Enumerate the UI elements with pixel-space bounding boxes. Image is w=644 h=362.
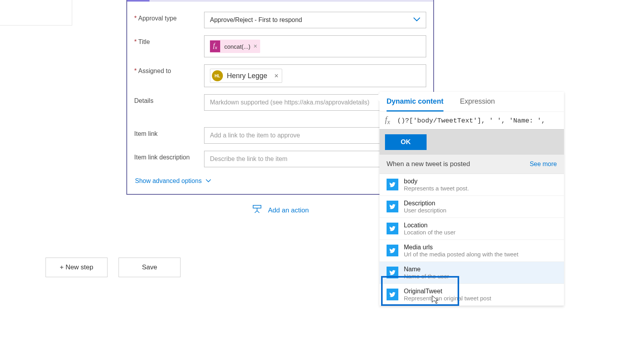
dc-item-location[interactable]: LocationLocation of the user [379, 218, 564, 240]
ok-button[interactable]: OK [385, 134, 427, 150]
dc-item-name[interactable]: NameName of the user [379, 262, 564, 284]
expression-editor[interactable]: fx ()?['body/TweetText'], ' ', 'Name: ', [379, 112, 564, 130]
label-details: Details [134, 94, 204, 104]
remove-token-icon[interactable]: × [254, 43, 257, 50]
person-name: Henry Legge [227, 72, 267, 80]
dynamic-content-panel: Dynamic content Expression fx ()?['body/… [379, 92, 564, 306]
dc-item-body[interactable]: bodyRepresents a tweet post. [379, 174, 564, 196]
label-item-link: Item link [134, 127, 204, 137]
remove-person-icon[interactable]: × [274, 72, 279, 80]
dc-item-title: body [404, 178, 469, 185]
person-token[interactable]: HL Henry Legge × [210, 69, 282, 83]
dc-section-header: When a new tweet is posted See more [379, 155, 564, 174]
label-assigned-to: Assigned to [134, 64, 204, 75]
twitter-icon [387, 223, 398, 234]
field-title: Title fx concat(...) × [134, 35, 426, 57]
dc-item-desc: User description [404, 207, 446, 214]
panel-tabs: Dynamic content Expression [379, 92, 564, 112]
bottom-toolbar: + New step Save [46, 258, 181, 277]
dc-item-desc: Name of the user [404, 273, 449, 280]
twitter-icon [387, 267, 398, 278]
assigned-to-input[interactable]: HL Henry Legge × [204, 64, 426, 87]
chevron-down-icon [206, 178, 211, 184]
chevron-down-icon [413, 17, 420, 23]
dc-section-title: When a new tweet is posted [387, 160, 470, 168]
mouse-cursor-icon [431, 295, 439, 305]
dc-item-original-tweet[interactable]: OriginalTweetRepresents an original twee… [379, 284, 564, 306]
dc-item-title: Location [404, 222, 456, 229]
save-button[interactable]: Save [119, 258, 181, 277]
dc-item-list: bodyRepresents a tweet post. Description… [379, 174, 564, 306]
twitter-icon [387, 245, 398, 256]
field-approval-type: Approval type Approve/Reject - First to … [134, 12, 426, 28]
approval-type-value: Approve/Reject - First to respond [210, 16, 302, 24]
fx-icon: fx [385, 115, 390, 126]
svg-rect-2 [253, 205, 261, 208]
twitter-icon [387, 179, 398, 190]
title-input[interactable]: fx concat(...) × [204, 35, 426, 57]
dc-item-title: Description [404, 200, 446, 207]
left-sidebar-fragment [0, 0, 72, 26]
label-item-link-desc: Item link description [134, 151, 204, 161]
panel-pointer-icon [375, 93, 379, 101]
expression-token[interactable]: fx concat(...) × [210, 40, 260, 53]
twitter-icon [387, 201, 398, 212]
add-action-icon [252, 204, 263, 216]
field-assigned-to: Assigned to HL Henry Legge × [134, 64, 426, 87]
fx-icon: fx [210, 40, 220, 52]
dc-item-title: Name [404, 266, 449, 273]
dc-item-desc: Location of the user [404, 229, 456, 236]
add-action-label: Add an action [268, 207, 309, 214]
approval-connector-icon [127, 0, 150, 2]
tab-dynamic-content[interactable]: Dynamic content [387, 97, 443, 112]
ok-row: OK [379, 130, 564, 155]
dc-item-title: Media urls [404, 244, 518, 251]
dc-item-media-urls[interactable]: Media urlsUrl of the media posted along … [379, 240, 564, 262]
card-header [127, 0, 433, 2]
label-approval-type: Approval type [134, 12, 204, 22]
dc-item-desc: Represents an original tweet post [404, 295, 491, 302]
tab-expression[interactable]: Expression [460, 97, 495, 112]
dc-item-title: OriginalTweet [404, 288, 491, 295]
expression-token-label: concat(...) [224, 43, 250, 50]
avatar: HL [212, 70, 223, 81]
advanced-label: Show advanced options [135, 177, 202, 185]
label-title: Title [134, 35, 204, 46]
dc-item-description[interactable]: DescriptionUser description [379, 196, 564, 218]
new-step-button[interactable]: + New step [46, 258, 108, 277]
twitter-icon [387, 289, 398, 300]
dc-item-desc: Url of the media posted along with the t… [404, 251, 518, 258]
dc-item-desc: Represents a tweet post. [404, 185, 469, 192]
approval-type-select[interactable]: Approve/Reject - First to respond [204, 12, 426, 28]
see-more-link[interactable]: See more [530, 161, 557, 168]
expression-text: ()?['body/TweetText'], ' ', 'Name: ', [397, 117, 545, 124]
